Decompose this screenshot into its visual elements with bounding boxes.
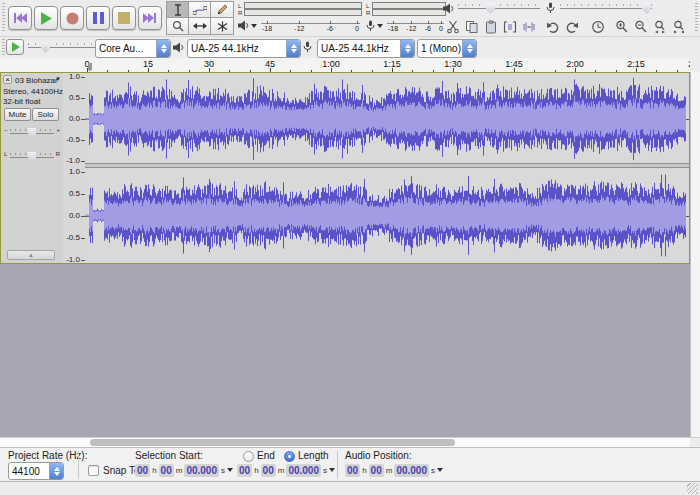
copy-button[interactable] — [462, 19, 481, 35]
paste-button[interactable] — [481, 19, 500, 35]
clock-icon — [591, 20, 605, 34]
pause-button[interactable] — [86, 6, 110, 30]
track-control-panel: × 03 Biohazar ▼ Stereo, 44100Hz 32-bit f… — [1, 73, 64, 263]
recording-meter[interactable]: LR -18-12-60 — [366, 2, 446, 33]
second-toolbar-row: Core Au... UA-25 44.1kHz UA-25 44.1kHz 1… — [0, 37, 700, 59]
silence-selection-button[interactable] — [519, 19, 538, 35]
zoom-in-icon — [615, 20, 629, 34]
end-radio-label[interactable]: End — [257, 450, 275, 461]
output-volume-thumb[interactable] — [486, 3, 495, 14]
skip-to-start-button[interactable] — [8, 6, 32, 30]
gain-thumb[interactable] — [28, 128, 36, 139]
time-shift-tool-button[interactable] — [188, 17, 212, 35]
sync-lock-button[interactable] — [588, 19, 607, 35]
record-button[interactable] — [60, 6, 84, 30]
zoom-tool-button[interactable] — [166, 17, 190, 35]
select-stepper-icon — [156, 40, 170, 57]
project-rate-select[interactable]: 44100 — [8, 462, 64, 480]
vertical-ruler[interactable]: 1.00.50.0-0.5-1.01.00.50.0-0.5-1.0 — [63, 73, 86, 263]
waveform-canvas[interactable] — [85, 73, 689, 263]
zoom-in-button[interactable] — [612, 19, 631, 35]
toolbar-gripper[interactable] — [695, 3, 698, 33]
undo-button[interactable] — [543, 19, 562, 35]
select-stepper-icon — [286, 40, 300, 57]
length-radio-label[interactable]: Length — [298, 450, 329, 461]
length-radio[interactable] — [284, 451, 295, 462]
ruler-right-strip — [690, 58, 700, 72]
top-toolbar-row: LR -18-12-60 LR -18-12-60 — [0, 0, 700, 37]
snap-to-checkbox[interactable] — [88, 465, 99, 476]
cut-button[interactable] — [443, 19, 462, 35]
project-rate-value: 44100 — [9, 466, 49, 477]
undo-arrow-icon — [546, 21, 560, 34]
ibeam-icon — [173, 4, 183, 16]
skip-to-end-button[interactable] — [138, 6, 162, 30]
track-collapse-button[interactable]: ▲ — [7, 250, 55, 260]
separator — [337, 451, 338, 479]
vertical-scrollbar[interactable] — [690, 72, 700, 437]
recording-device-select[interactable]: UA-25 44.1kHz — [317, 39, 415, 58]
track-title[interactable]: 03 Biohazar — [15, 76, 58, 85]
multi-tool-button[interactable] — [210, 17, 234, 35]
solo-button[interactable]: Solo — [32, 108, 59, 121]
playhead-cursor[interactable] — [88, 63, 92, 71]
trim-icon — [503, 20, 517, 34]
track-format-info: Stereo, 44100Hz — [3, 87, 63, 96]
zoom-out-icon — [634, 20, 648, 34]
horizontal-scrollbar-thumb[interactable] — [90, 439, 455, 446]
input-volume-thumb[interactable] — [642, 3, 651, 14]
mixer-microphone-icon — [546, 2, 555, 14]
time-format-arrow[interactable] — [227, 468, 233, 475]
mute-button[interactable]: Mute — [4, 108, 31, 121]
pan-slider[interactable]: L R — [4, 149, 60, 165]
pan-thumb[interactable] — [28, 152, 36, 163]
gain-max-label: + — [56, 127, 60, 133]
recording-device-mic-icon — [303, 41, 312, 53]
audio-host-select[interactable]: Core Au... — [95, 39, 171, 58]
stop-button[interactable] — [112, 6, 136, 30]
fit-selection-button[interactable] — [650, 19, 669, 35]
selection-toolbar: Project Rate (Hz): 44100 Snap To Selecti… — [0, 447, 700, 482]
playback-device-speaker-icon — [173, 42, 184, 53]
recording-meter-scale: -18-12-60 — [387, 23, 444, 33]
toolbar-gripper[interactable] — [2, 39, 5, 56]
play-at-speed-button[interactable] — [6, 39, 24, 55]
playback-speed-slider[interactable] — [28, 40, 98, 54]
audio-host-value: Core Au... — [96, 43, 156, 54]
playback-speed-thumb[interactable] — [41, 42, 50, 53]
status-bar — [0, 481, 700, 495]
input-channels-select[interactable]: 1 (Mono)... — [417, 39, 477, 58]
mixer-speaker-icon — [443, 3, 454, 14]
meter-dropdown-arrow[interactable] — [377, 24, 383, 31]
resize-grip-icon[interactable] — [687, 483, 698, 494]
selection-length-time[interactable]: 00h 00m 00.000s — [237, 462, 335, 478]
fit-project-button[interactable] — [669, 19, 688, 35]
toolbar-gripper[interactable] — [2, 3, 5, 33]
trim-outside-selection-button[interactable] — [500, 19, 519, 35]
audio-position-time[interactable]: 00h 00m 00.000s — [345, 462, 443, 478]
clipboard-icon — [484, 20, 498, 34]
meter-dropdown-arrow[interactable] — [251, 24, 257, 31]
time-format-arrow[interactable] — [437, 468, 443, 475]
magnifier-icon — [172, 20, 184, 32]
input-volume-slider[interactable] — [560, 1, 652, 15]
zoom-out-button[interactable] — [631, 19, 650, 35]
track-menu-arrow[interactable]: ▼ — [55, 76, 61, 82]
recording-device-value: UA-25 44.1kHz — [318, 43, 400, 54]
timeline-ruler[interactable]: 01530451:001:151:301:452:002:152:30 — [0, 58, 700, 73]
select-stepper-icon — [462, 40, 476, 57]
end-radio[interactable] — [243, 451, 254, 462]
playback-meter[interactable]: LR -18-12-60 — [238, 2, 362, 33]
play-button[interactable] — [34, 6, 58, 30]
redo-button[interactable] — [562, 19, 581, 35]
track-close-button[interactable]: × — [3, 75, 12, 84]
audio-position-label: Audio Position: — [345, 450, 412, 461]
gain-slider[interactable]: − + — [4, 125, 60, 141]
selection-start-time[interactable]: 00h 00m 00.000s — [135, 462, 233, 478]
track-sample-format: 32-bit float — [3, 97, 40, 106]
double-arrow-icon — [193, 22, 207, 30]
playback-device-select[interactable]: UA-25 44.1kHz — [187, 39, 301, 58]
output-volume-slider[interactable] — [458, 1, 540, 15]
redo-arrow-icon — [565, 21, 579, 34]
time-format-arrow[interactable] — [329, 468, 335, 475]
